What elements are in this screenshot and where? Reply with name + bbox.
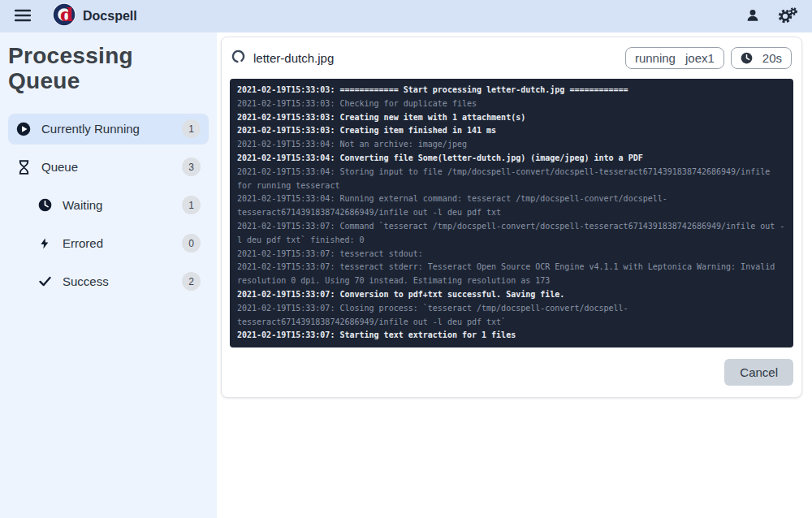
log-line: 2021-02-19T15:33:07: Closing process: `t… [237,302,786,330]
main-content: letter-dutch.jpg running joex1 20s 2021-… [217,32,812,518]
job-worker-label: joex1 [685,51,715,65]
count-badge: 0 [182,234,201,253]
sidebar-item-queue[interactable]: Queue 3 [8,152,209,183]
job-card-footer: Cancel [230,347,793,389]
hamburger-icon [15,9,31,24]
sidebar: Processing Queue Currently Running 1 Que… [0,32,217,518]
settings-button[interactable] [775,4,801,29]
count-badge: 1 [182,119,201,138]
log-line: 2021-02-19T15:33:07: Starting text extra… [237,329,786,343]
sidebar-item-label: Errored [63,236,103,250]
job-runtime-label: 20s [762,51,782,65]
sidebar-item-waiting[interactable]: Waiting 1 [8,190,209,221]
docspell-logo-icon: d [52,2,76,30]
count-badge: 3 [182,158,201,176]
sidebar-item-label: Waiting [63,198,102,212]
cancel-button[interactable]: Cancel [724,359,793,386]
user-icon [745,8,760,25]
job-filename: letter-dutch.jpg [253,51,334,65]
hourglass-icon [16,160,31,175]
sidebar-item-label: Currently Running [41,122,140,136]
clock-icon [37,198,52,213]
menu-button[interactable] [11,6,34,28]
sidebar-item-currently-running[interactable]: Currently Running 1 [8,114,209,145]
brand-name: Docspell [83,9,137,24]
log-line: 2021-02-19T15:33:03: Checking for duplic… [237,97,786,111]
cogs-icon [778,7,797,26]
play-circle-icon [16,122,31,136]
sidebar-item-label: Success [63,274,109,288]
sidebar-item-success[interactable]: Success 2 [8,266,209,297]
sidebar-item-errored[interactable]: Errored 0 [8,228,209,259]
check-icon [37,274,52,289]
log-line: 2021-02-19T15:33:07: tesseract stderr: T… [237,261,786,288]
log-line: 2021-02-19T15:33:03: ============ Start … [237,84,786,97]
log-line: 2021-02-19T15:33:04: Converting file Som… [237,152,786,166]
job-runtime-badge[interactable]: 20s [731,47,792,69]
job-card: letter-dutch.jpg running joex1 20s 2021-… [221,37,802,398]
svg-text:d: d [60,3,73,25]
log-line: 2021-02-19T15:33:04: Running external co… [237,192,786,220]
job-card-header: letter-dutch.jpg running joex1 20s [230,44,793,79]
count-badge: 2 [182,272,201,291]
topbar: d Docspell [0,0,812,32]
topbar-actions [742,4,801,29]
sidebar-item-label: Queue [41,160,78,174]
job-state-label: running [635,51,676,65]
account-button[interactable] [742,5,763,28]
job-badges: running joex1 20s [625,47,792,69]
log-line: 2021-02-19T15:33:07: tesseract stdout: [237,248,786,261]
count-badge: 1 [182,196,201,214]
log-line: 2021-02-19T15:33:07: Conversion to pdf+t… [237,288,786,302]
log-line: 2021-02-19T15:33:04: Not an archive: ima… [237,138,786,152]
log-line: 2021-02-19T15:33:03: Creating new item w… [237,111,786,125]
log-line: 2021-02-19T15:33:07: Command `tesseract … [237,220,786,248]
sidebar-nav: Currently Running 1 Queue 3 Waiting 1 Er… [8,114,209,297]
page-title: Processing Queue [8,44,209,94]
spinner-icon [231,50,245,67]
brand-link[interactable]: d Docspell [52,2,137,30]
log-line: 2021-02-19T15:33:03: Creating item finis… [237,124,786,138]
job-log: 2021-02-19T15:33:03: ============ Start … [230,79,793,347]
bolt-icon [37,236,52,251]
log-line: 2021-02-19T15:33:04: Storing input to fi… [237,166,786,193]
job-state-badge[interactable]: running joex1 [625,47,724,69]
clock-icon [741,52,753,64]
